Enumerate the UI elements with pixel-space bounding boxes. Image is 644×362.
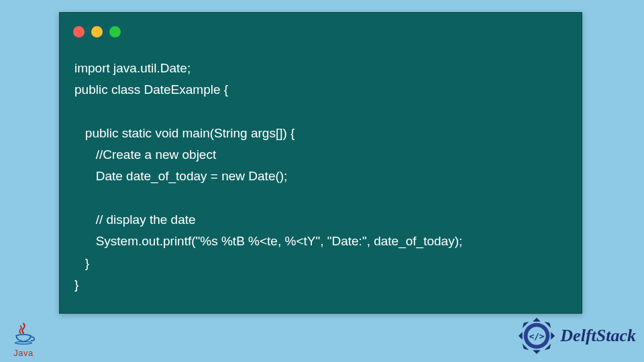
delftstack-gear-icon: </>: [517, 316, 556, 355]
code-line: // display the date: [74, 213, 196, 227]
svg-text:</>: </>: [529, 331, 545, 341]
window-titlebar: [60, 13, 582, 38]
svg-marker-3: [519, 332, 523, 340]
code-window: import java.util.Date; public class Date…: [59, 12, 582, 314]
delftstack-logo-label: DelftStack: [560, 326, 636, 346]
svg-marker-4: [551, 332, 555, 340]
svg-marker-2: [533, 350, 541, 354]
delftstack-logo: </> DelftStack: [517, 316, 636, 355]
java-logo: Java: [7, 321, 40, 358]
java-logo-label: Java: [7, 348, 40, 358]
code-line: //Create a new object: [74, 147, 216, 162]
svg-point-0: [15, 342, 32, 345]
code-line: }: [74, 256, 89, 270]
java-cup-icon: [11, 321, 36, 345]
code-line: }: [74, 278, 78, 292]
code-line: System.out.printf("%s %tB %<te, %<tY", "…: [74, 234, 462, 248]
code-line: public static void main(String args[]) {: [74, 126, 294, 140]
minimize-icon[interactable]: [91, 26, 103, 38]
code-line: public class DateExample {: [74, 82, 228, 97]
close-icon[interactable]: [73, 26, 85, 38]
maximize-icon[interactable]: [109, 26, 121, 38]
code-line: Date date_of_today = new Date();: [74, 169, 287, 183]
code-line: import java.util.Date;: [74, 61, 191, 75]
svg-marker-1: [533, 318, 541, 322]
code-content: import java.util.Date; public class Date…: [60, 38, 582, 302]
